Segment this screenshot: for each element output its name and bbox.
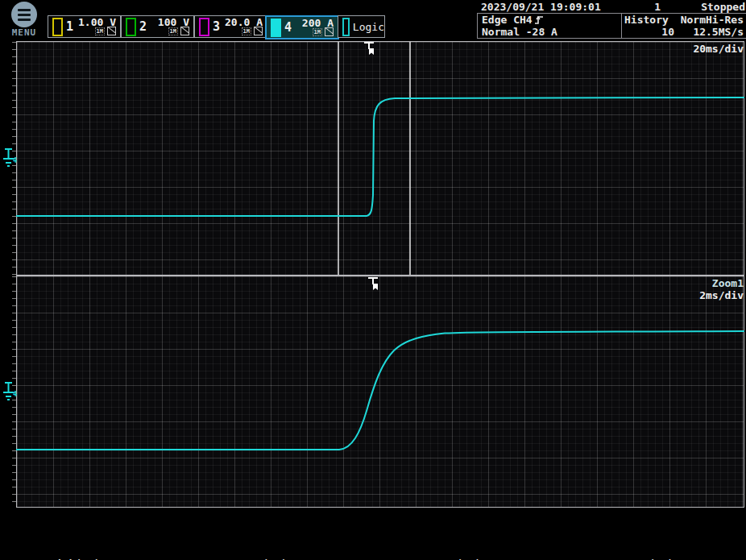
channel-4-impedance-icon: 1M bbox=[313, 28, 322, 36]
menu-button[interactable]: MENU bbox=[6, 2, 42, 39]
channel-1-number: 1 bbox=[66, 19, 73, 34]
sample-rate: 12.5MS/s bbox=[674, 26, 744, 38]
trigger-settings[interactable]: Edge CH4 Normal -28 A bbox=[478, 14, 622, 38]
zoom1-timebase-label: 2ms/div bbox=[699, 289, 744, 301]
trigger-mode-level: Normal -28 A bbox=[482, 26, 621, 38]
trigger-type: Edge CH4 bbox=[482, 14, 533, 26]
channel-3-color-bar-icon bbox=[199, 18, 209, 36]
acquisition-mode: NormHi-Res bbox=[674, 14, 744, 26]
channel-1-probe-icon bbox=[107, 27, 116, 35]
channel-2-probe-icon bbox=[180, 27, 189, 35]
run-state-indicator: Stopped bbox=[677, 1, 745, 13]
channel-3-number: 3 bbox=[213, 19, 220, 34]
channel-2-indicator[interactable]: 2 100 V 1M bbox=[121, 15, 194, 38]
channel-4-scale: 200 A bbox=[302, 19, 334, 27]
rising-edge-icon bbox=[534, 15, 545, 25]
main-timebase-label: 20ms/div bbox=[693, 43, 744, 55]
channel-2-color-bar-icon bbox=[126, 18, 136, 36]
trigger-info-box: Edge CH4 Normal -28 A History NormHi-Res… bbox=[477, 13, 746, 39]
history-label: History bbox=[624, 14, 674, 26]
logic-channel-indicator[interactable]: Logic bbox=[338, 15, 385, 38]
menu-button-label: MENU bbox=[6, 27, 42, 38]
channel-2-impedance-icon: 1M bbox=[168, 27, 178, 35]
history-acquisition-cell[interactable]: History NormHi-Res 10 12.5MS/s bbox=[622, 14, 746, 38]
channel-3-scale: 20.0 A bbox=[225, 18, 263, 27]
channel-2-scale: 100 V bbox=[158, 18, 189, 27]
channel-4-probe-icon bbox=[325, 27, 334, 36]
channel-4-number: 4 bbox=[284, 20, 292, 35]
measurement-column-4: -Over(C4) 0.7% bbox=[617, 533, 715, 560]
channel-3-probe-icon bbox=[254, 27, 263, 35]
channel-1-color-bar-icon bbox=[52, 18, 63, 36]
oscilloscope-screen: { "toolbar": { "menu_label": "MENU", "ch… bbox=[0, 0, 746, 560]
logic-label: Logic bbox=[353, 21, 384, 33]
acquisition-count: 1 bbox=[636, 1, 661, 13]
channel-1-impedance-icon: 1M bbox=[95, 27, 105, 35]
channel-1-indicator[interactable]: 1 1.00 V 1M bbox=[48, 15, 121, 38]
channel-4-indicator-selected[interactable]: 4 200 A 1M bbox=[265, 15, 339, 39]
channel-2-number: 2 bbox=[139, 19, 147, 34]
measurement-column-1: High(C4) 411.5 A Rise(C4) 1.62672ms bbox=[50, 533, 169, 560]
logic-color-bar-icon bbox=[342, 18, 350, 36]
channel-1-scale: 1.00 V bbox=[78, 18, 116, 27]
datetime-display: 2023/09/21 19:09:01 bbox=[481, 1, 601, 13]
zoom1-waveform-area[interactable] bbox=[16, 276, 744, 508]
zoom1-label: Zoom1 bbox=[712, 277, 744, 289]
channel-3-impedance-icon: 1M bbox=[242, 27, 251, 35]
main-waveform-area[interactable] bbox=[16, 41, 744, 276]
measurement-column-3: +Over(C4) 0.5% bbox=[425, 533, 524, 560]
channel-4-color-bar-icon bbox=[271, 19, 281, 37]
channel-3-indicator[interactable]: 3 20.0 A 1M bbox=[194, 15, 267, 38]
measurement-column-2: Low(C4) -400.5 A Fall(C4) ***** bbox=[243, 533, 354, 560]
hamburger-menu-icon bbox=[11, 2, 37, 27]
history-count: 10 bbox=[624, 26, 674, 38]
